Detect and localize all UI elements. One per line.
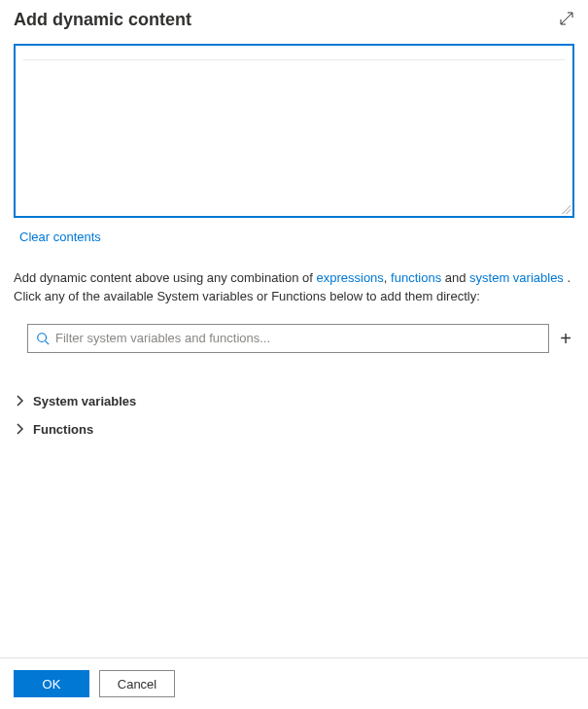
tree-item-system-variables[interactable]: System variables: [14, 390, 574, 412]
help-text: Add dynamic content above using any comb…: [14, 269, 574, 306]
chevron-right-icon: [14, 423, 25, 435]
help-suffix: Click any of the available System variab…: [14, 289, 480, 303]
svg-point-0: [38, 333, 47, 341]
help-sep1: ,: [384, 270, 391, 285]
add-icon[interactable]: +: [557, 329, 574, 348]
filter-row: +: [14, 324, 574, 353]
tree-item-label: System variables: [33, 394, 136, 408]
chevron-right-icon: [14, 395, 25, 407]
dialog-header: Add dynamic content: [14, 10, 574, 30]
dialog-footer: OK Cancel: [0, 657, 588, 709]
editor-line: [23, 59, 565, 60]
tree-section: System variables Functions: [14, 390, 574, 446]
help-sep3: .: [564, 270, 571, 285]
functions-link[interactable]: functions: [391, 270, 441, 285]
cancel-button[interactable]: Cancel: [99, 670, 175, 697]
search-icon: [36, 332, 50, 345]
dialog-title: Add dynamic content: [14, 10, 191, 30]
svg-line-1: [46, 340, 50, 344]
content-editor[interactable]: [14, 44, 574, 218]
tree-item-label: Functions: [33, 422, 93, 437]
help-sep2: and: [441, 270, 469, 285]
expand-icon[interactable]: [559, 11, 574, 29]
system-variables-link[interactable]: system variables: [469, 270, 564, 285]
expressions-link[interactable]: expressions: [316, 270, 383, 285]
filter-input-wrapper[interactable]: [27, 324, 549, 353]
clear-contents-link[interactable]: Clear contents: [19, 230, 574, 244]
filter-input[interactable]: [55, 331, 540, 345]
tree-item-functions[interactable]: Functions: [14, 418, 574, 441]
ok-button[interactable]: OK: [14, 670, 89, 697]
help-prefix: Add dynamic content above using any comb…: [14, 270, 316, 285]
